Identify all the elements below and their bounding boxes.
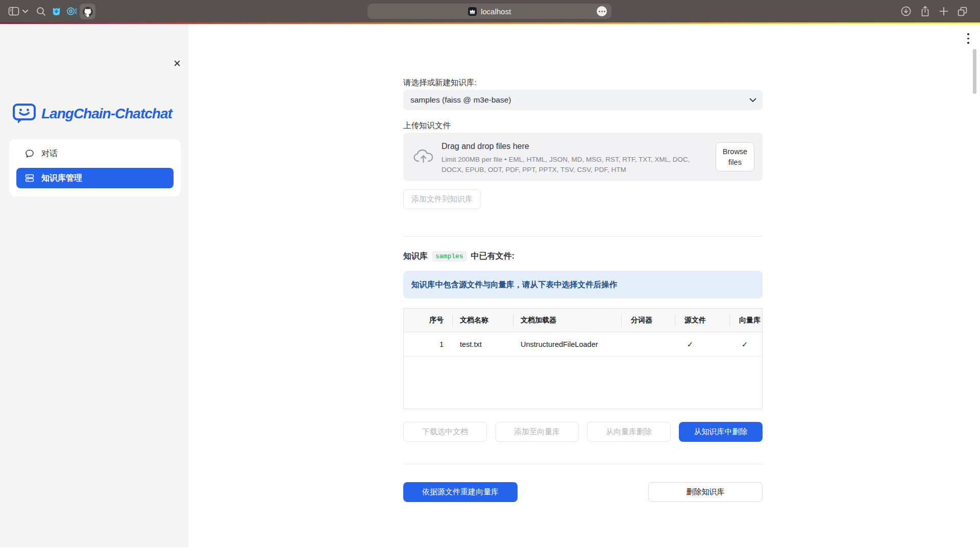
- browse-files-button[interactable]: Browse files: [716, 142, 754, 171]
- column-header-source[interactable]: 源文件: [675, 309, 729, 332]
- svg-text:★: ★: [69, 9, 72, 13]
- cell-vector-check: ✓: [729, 332, 762, 356]
- download-selected-button: 下载选中文档: [403, 422, 487, 442]
- address-bar[interactable]: localhost: [368, 4, 611, 19]
- delete-from-vector-button: 从向量库删除: [587, 422, 671, 442]
- file-dropzone[interactable]: Drag and drop files here Limit 200MB per…: [403, 133, 763, 181]
- info-text: 知识库中包含源文件与向量库，请从下表中选择文件后操作: [411, 280, 617, 290]
- cell-source-check: ✓: [675, 332, 729, 356]
- chat-bubble-icon: [24, 148, 35, 159]
- column-header-splitter[interactable]: 分词器: [621, 309, 675, 332]
- pinned-tab-rings-star-icon[interactable]: ★: [65, 0, 78, 22]
- cloud-upload-icon: [412, 148, 435, 166]
- files-heading-prefix: 知识库: [403, 251, 428, 262]
- kb-select[interactable]: samples (faiss @ m3e-base): [403, 90, 763, 110]
- url-text: localhost: [481, 7, 511, 16]
- sidebar-menu: 对话 知识库管理: [9, 139, 181, 196]
- page-options-icon[interactable]: [597, 6, 607, 16]
- close-sidebar-icon[interactable]: ✕: [171, 58, 183, 70]
- file-table: 序号 文档名称 文档加载器 分词器 源文件 向量库 1 test.txt Uns…: [403, 308, 763, 409]
- delete-from-kb-button[interactable]: 从知识库中删除: [679, 422, 763, 442]
- chevron-down-icon: [749, 98, 756, 103]
- column-header-index[interactable]: 序号: [404, 309, 452, 332]
- table-actions: 下载选中文档 添加至向量库 从向量库删除 从知识库中删除: [403, 422, 763, 442]
- cell-loader: UnstructuredFileLoader: [513, 332, 621, 356]
- new-tab-icon[interactable]: [938, 0, 950, 22]
- column-header-name[interactable]: 文档名称: [452, 309, 513, 332]
- chevron-down-icon[interactable]: [21, 0, 29, 22]
- upload-section-label: 上传知识文件: [403, 120, 763, 131]
- delete-kb-button[interactable]: 删除知识库: [648, 482, 763, 502]
- pinned-tab-bookmark-icon[interactable]: [51, 0, 62, 22]
- table-header-row: 序号 文档名称 文档加载器 分词器 源文件 向量库: [404, 309, 762, 332]
- kb-select-label: 请选择或新建知识库:: [403, 78, 763, 88]
- sidebar-item-label: 对话: [41, 148, 58, 159]
- sidebar-item-label: 知识库管理: [41, 173, 82, 184]
- logo-text: LangChain-Chatchat: [41, 106, 172, 122]
- table-row[interactable]: 1 test.txt UnstructuredFileLoader ✓ ✓: [404, 332, 762, 357]
- dropzone-title: Drag and drop files here: [442, 142, 529, 151]
- sidebar-item-chat[interactable]: 对话: [16, 143, 174, 164]
- tab-overview-icon[interactable]: [955, 0, 969, 22]
- kb-select-value: samples (faiss @ m3e-base): [410, 95, 511, 105]
- files-heading-suffix: 中已有文件:: [471, 251, 514, 262]
- app-logo: LangChain-Chatchat: [12, 104, 181, 124]
- dropzone-hint: Limit 200MB per file • EML, HTML, JSON, …: [442, 155, 707, 174]
- column-header-vector[interactable]: 向量库: [729, 309, 762, 332]
- browser-toolbar: ★ localhost: [0, 0, 980, 22]
- stack-icon: [24, 173, 35, 183]
- logo-chat-icon: [12, 103, 36, 125]
- column-header-loader[interactable]: 文档加载器: [513, 309, 621, 332]
- app-menu-icon[interactable]: [965, 33, 972, 54]
- sidebar: ✕ LangChain-Chatchat 对话 知识库管理: [0, 24, 188, 547]
- info-banner: 知识库中包含源文件与向量库，请从下表中选择文件后操作: [403, 271, 763, 298]
- rebuild-vector-store-button[interactable]: 依据源文件重建向量库: [403, 482, 518, 502]
- main-content: 请选择或新建知识库: samples (faiss @ m3e-base) 上传…: [188, 24, 980, 551]
- sidebar-item-knowledge-base[interactable]: 知识库管理: [16, 168, 174, 188]
- divider: [403, 236, 763, 237]
- add-to-vector-button: 添加至向量库: [495, 422, 579, 442]
- divider: [403, 464, 763, 464]
- github-tab[interactable]: [80, 4, 95, 19]
- scrollbar-thumb[interactable]: [973, 49, 976, 94]
- site-favicon: [468, 7, 477, 16]
- share-icon[interactable]: [919, 0, 931, 22]
- add-files-button: 添加文件到知识库: [403, 189, 481, 209]
- files-heading: 知识库 samples 中已有文件:: [403, 251, 763, 262]
- cell-splitter: [621, 332, 675, 356]
- cell-index: 1: [404, 332, 452, 356]
- downloads-icon[interactable]: [900, 0, 912, 22]
- kb-name-code: samples: [432, 251, 467, 262]
- cell-name: test.txt: [452, 332, 513, 356]
- search-icon[interactable]: [35, 0, 47, 22]
- sidebar-toggle-icon[interactable]: [7, 0, 20, 22]
